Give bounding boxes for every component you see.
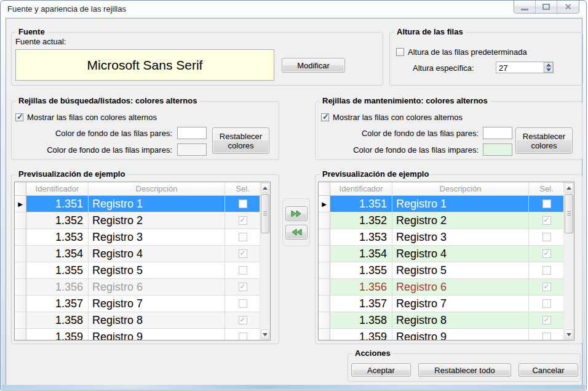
cell-identificador[interactable]: 1.359 xyxy=(330,329,392,340)
show-alternate-colors-checkbox[interactable] xyxy=(15,113,23,121)
cell-sel[interactable] xyxy=(225,246,261,262)
row-checkbox[interactable] xyxy=(239,249,247,258)
scroll-down-button[interactable] xyxy=(261,329,269,339)
cell-sel[interactable] xyxy=(225,279,261,296)
cell-descripcion[interactable]: Registro 2 xyxy=(89,212,225,229)
preview-grid-left[interactable]: Identificador Descripción Sel. ▶1.351Reg… xyxy=(14,182,271,341)
cell-identificador[interactable]: 1.353 xyxy=(330,229,392,246)
accept-button[interactable]: Aceptar xyxy=(351,363,411,377)
row-selector-cell[interactable] xyxy=(15,279,26,296)
table-row[interactable]: 1.356Registro 6 xyxy=(15,279,261,296)
row-checkbox[interactable] xyxy=(239,200,247,208)
row-checkbox[interactable] xyxy=(239,333,247,340)
cell-descripcion[interactable]: Registro 8 xyxy=(392,312,529,329)
row-selector-cell[interactable] xyxy=(15,296,26,312)
vertical-scrollbar[interactable] xyxy=(563,182,574,340)
cell-sel[interactable] xyxy=(529,312,565,329)
cell-identificador[interactable]: 1.351 xyxy=(26,196,89,212)
col-header-identificador[interactable]: Identificador xyxy=(26,182,89,196)
odd-rows-color-box[interactable] xyxy=(483,143,512,156)
cell-identificador[interactable]: 1.355 xyxy=(26,262,89,279)
default-row-height-checkbox[interactable] xyxy=(396,48,404,56)
cell-sel[interactable] xyxy=(225,296,261,312)
table-row[interactable]: 1.358Registro 8 xyxy=(319,312,565,329)
table-row[interactable]: 1.353Registro 3 xyxy=(319,229,565,246)
cell-sel[interactable] xyxy=(225,262,261,279)
row-selector-cell[interactable] xyxy=(319,246,330,262)
row-checkbox[interactable] xyxy=(239,266,247,275)
row-checkbox[interactable] xyxy=(542,249,551,258)
row-selector-cell[interactable] xyxy=(15,262,26,279)
even-rows-color-box[interactable] xyxy=(177,127,207,139)
cell-descripcion[interactable]: Registro 9 xyxy=(89,329,225,340)
cell-sel[interactable] xyxy=(529,329,565,340)
row-selector-cell[interactable] xyxy=(319,329,330,340)
col-header-sel[interactable]: Sel. xyxy=(225,182,261,196)
row-checkbox[interactable] xyxy=(542,266,551,275)
minimize-button[interactable] xyxy=(514,1,536,13)
cell-identificador[interactable]: 1.358 xyxy=(330,312,392,329)
row-checkbox[interactable] xyxy=(542,216,551,225)
row-selector-cell[interactable] xyxy=(319,229,330,246)
close-button[interactable]: ✕ xyxy=(557,1,579,13)
row-selector-cell[interactable] xyxy=(15,212,26,229)
cell-descripcion[interactable]: Registro 9 xyxy=(392,329,529,340)
row-selector-cell[interactable] xyxy=(319,296,330,312)
row-checkbox[interactable] xyxy=(542,200,551,208)
table-row[interactable]: ▶1.351Registro 1 xyxy=(319,196,565,212)
cancel-button[interactable]: Cancelar xyxy=(518,363,578,377)
table-row[interactable]: 1.355Registro 5 xyxy=(15,262,261,279)
row-checkbox[interactable] xyxy=(542,333,551,340)
scroll-up-button[interactable] xyxy=(261,183,269,193)
cell-sel[interactable] xyxy=(529,196,565,212)
reset-all-button[interactable]: Restablecer todo xyxy=(418,363,511,377)
row-checkbox[interactable] xyxy=(542,316,551,324)
cell-descripcion[interactable]: Registro 4 xyxy=(392,246,529,262)
cell-identificador[interactable]: 1.356 xyxy=(26,279,89,296)
row-selector-cell[interactable] xyxy=(15,312,26,329)
cell-descripcion[interactable]: Registro 5 xyxy=(392,262,529,279)
cell-descripcion[interactable]: Registro 5 xyxy=(89,262,225,279)
row-selector-cell[interactable] xyxy=(319,312,330,329)
scroll-up-button[interactable] xyxy=(565,183,573,193)
move-left-button[interactable] xyxy=(285,225,308,240)
row-selector-cell[interactable] xyxy=(15,329,26,340)
cell-descripcion[interactable]: Registro 3 xyxy=(89,229,225,246)
row-selector-cell[interactable]: ▶ xyxy=(15,196,26,212)
table-row[interactable]: 1.353Registro 3 xyxy=(15,229,261,246)
move-right-button[interactable] xyxy=(285,206,308,221)
table-row[interactable]: 1.354Registro 4 xyxy=(319,246,565,262)
cell-identificador[interactable]: 1.353 xyxy=(26,229,89,246)
preview-grid-right[interactable]: Identificador Descripción Sel. ▶1.351Reg… xyxy=(318,182,574,341)
row-selector-cell[interactable] xyxy=(319,212,330,229)
col-header-descripcion[interactable]: Descripción xyxy=(89,182,225,196)
scrollbar-thumb[interactable] xyxy=(565,194,573,233)
cell-sel[interactable] xyxy=(529,212,565,229)
cell-descripcion[interactable]: Registro 8 xyxy=(89,312,225,329)
col-header-sel[interactable]: Sel. xyxy=(529,182,565,196)
cell-sel[interactable] xyxy=(225,329,261,340)
reset-colors-button[interactable]: Restablecer colores xyxy=(212,127,269,154)
row-checkbox[interactable] xyxy=(239,316,247,324)
col-header-identificador[interactable]: Identificador xyxy=(330,182,392,196)
spinner-up-button[interactable] xyxy=(544,62,553,68)
table-row[interactable]: 1.359Registro 9 xyxy=(319,329,565,340)
cell-descripcion[interactable]: Registro 3 xyxy=(392,229,529,246)
cell-identificador[interactable]: 1.351 xyxy=(330,196,392,212)
scrollbar-thumb[interactable] xyxy=(261,194,269,233)
scroll-down-button[interactable] xyxy=(565,329,573,339)
table-row[interactable]: 1.356Registro 6 xyxy=(319,279,565,296)
table-row[interactable]: ▶1.351Registro 1 xyxy=(15,196,261,212)
cell-identificador[interactable]: 1.357 xyxy=(330,296,392,312)
cell-sel[interactable] xyxy=(225,212,261,229)
row-checkbox[interactable] xyxy=(542,299,551,308)
row-selector-cell[interactable] xyxy=(319,262,330,279)
show-alternate-colors-checkbox[interactable] xyxy=(321,113,329,121)
odd-rows-color-box[interactable] xyxy=(177,143,207,156)
row-checkbox[interactable] xyxy=(239,299,247,308)
cell-sel[interactable] xyxy=(529,296,565,312)
row-checkbox[interactable] xyxy=(239,216,247,225)
row-selector-cell[interactable] xyxy=(15,229,26,246)
table-row[interactable]: 1.357Registro 7 xyxy=(15,296,261,312)
cell-descripcion[interactable]: Registro 4 xyxy=(89,246,225,262)
